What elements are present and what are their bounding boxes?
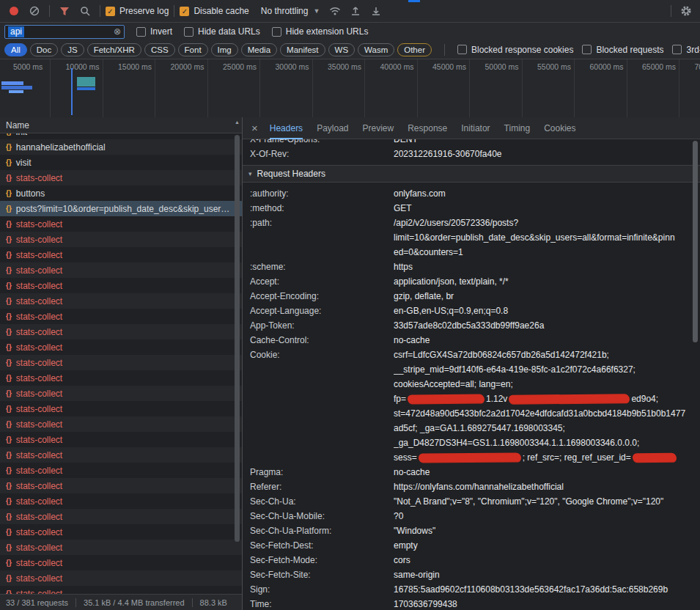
filter-pill-manifest[interactable]: Manifest bbox=[280, 43, 325, 56]
scroll-up-arrow-icon[interactable]: ▲ bbox=[232, 120, 242, 125]
tab-timing[interactable]: Timing bbox=[504, 117, 531, 139]
request-row[interactable]: {}stats-collect bbox=[0, 355, 242, 370]
header-name: X-Of-Rev: bbox=[250, 147, 394, 161]
third-party-requests-checkbox[interactable]: 3rd-party requests bbox=[672, 45, 700, 55]
tab-payload[interactable]: Payload bbox=[317, 117, 348, 139]
blocked-requests-checkbox[interactable]: Blocked requests bbox=[582, 45, 663, 55]
request-row[interactable]: {}stats-collect bbox=[0, 339, 242, 355]
details-scrollbar[interactable] bbox=[691, 140, 699, 609]
request-row[interactable]: {}init bbox=[0, 133, 242, 139]
filter-pill-font[interactable]: Font bbox=[178, 43, 208, 56]
name-column-header[interactable]: Name bbox=[0, 117, 242, 133]
request-row[interactable]: {}stats-collect bbox=[0, 401, 242, 416]
request-row[interactable]: {}stats-collect bbox=[0, 416, 242, 432]
filter-pill-other[interactable]: Other bbox=[397, 43, 432, 56]
checkbox-unchecked-icon bbox=[672, 45, 682, 54]
request-row[interactable]: {}stats-collect bbox=[0, 262, 242, 278]
request-row[interactable]: {}stats-collect bbox=[0, 555, 242, 570]
braces-icon: {} bbox=[6, 466, 12, 474]
request-row[interactable]: {}buttons bbox=[0, 185, 242, 201]
header-name: Sec-Ch-Ua: bbox=[250, 494, 394, 509]
disable-cache-checkbox[interactable]: ✓ Disable cache bbox=[180, 6, 248, 16]
request-row[interactable]: {}stats-collect bbox=[0, 432, 242, 447]
tab-initiator[interactable]: Initiator bbox=[461, 117, 490, 139]
header-name: Sec-Fetch-Mode: bbox=[250, 553, 394, 567]
filter-pill-css[interactable]: CSS bbox=[144, 43, 175, 56]
clear-filter-icon[interactable]: ⊗ bbox=[114, 27, 121, 36]
request-name: hannahelizabethofficial bbox=[16, 142, 106, 152]
download-icon bbox=[370, 5, 382, 17]
export-har-button[interactable] bbox=[366, 1, 386, 21]
request-row[interactable]: {}stats-collect bbox=[0, 232, 242, 247]
tab-preview[interactable]: Preview bbox=[363, 117, 394, 139]
request-row[interactable]: {}stats-collect bbox=[0, 247, 242, 262]
search-button[interactable] bbox=[75, 1, 95, 21]
request-row[interactable]: {}stats-collect bbox=[0, 370, 242, 386]
request-row[interactable]: {}stats-collect bbox=[0, 447, 242, 463]
throttling-select[interactable]: No throttling ▼ bbox=[257, 6, 325, 16]
braces-icon: {} bbox=[6, 235, 12, 243]
header-value: https://onlyfans.com/hannahelizabethoffi… bbox=[394, 479, 700, 494]
tab-headers[interactable]: Headers bbox=[270, 117, 303, 139]
request-name: stats-collect bbox=[16, 481, 62, 491]
filter-pill-doc[interactable]: Doc bbox=[30, 43, 58, 56]
preserve-log-checkbox[interactable]: ✓ Preserve log bbox=[106, 6, 169, 16]
filter-pill-wasm[interactable]: Wasm bbox=[358, 43, 394, 56]
header-value: gzip, deflate, br bbox=[394, 289, 700, 304]
type-filter-row: AllDocJSFetch/XHRCSSFontImgMediaManifest… bbox=[0, 40, 700, 59]
filter-pill-js[interactable]: JS bbox=[61, 43, 84, 56]
request-row[interactable]: {}posts?limit=10&order=publish_date_desc… bbox=[0, 201, 242, 216]
request-row[interactable]: {}stats-collect bbox=[0, 278, 242, 293]
blocked-response-cookies-checkbox[interactable]: Blocked response cookies bbox=[457, 45, 573, 55]
request-row[interactable]: {}stats-collect bbox=[0, 540, 242, 555]
request-headers-list: :authority:onlyfans.com:method:GET:path:… bbox=[243, 183, 700, 610]
scrollbar-thumb[interactable] bbox=[693, 141, 698, 342]
filter-pill-ws[interactable]: WS bbox=[328, 43, 355, 56]
request-row[interactable]: {}stats-collect bbox=[0, 586, 242, 594]
network-overview[interactable]: 5000 ms10000 ms15000 ms20000 ms25000 ms3… bbox=[0, 59, 700, 118]
network-filter-input[interactable]: api ⊗ bbox=[4, 25, 125, 39]
request-headers-section-header[interactable]: ▾Request Headers bbox=[243, 165, 700, 183]
request-row[interactable]: {}stats-collect bbox=[0, 493, 242, 509]
filter-toggle-button[interactable] bbox=[55, 1, 74, 21]
network-toolbar: ✓ Preserve log ✓ Disable cache No thrott… bbox=[0, 0, 700, 23]
request-row[interactable]: {}visit bbox=[0, 155, 242, 170]
request-row[interactable]: {}stats-collect bbox=[0, 309, 242, 324]
braces-icon: {} bbox=[6, 328, 12, 336]
hide-data-urls-checkbox[interactable]: Hide data URLs bbox=[184, 26, 260, 37]
request-row[interactable]: {}stats-collect bbox=[0, 570, 242, 586]
request-row[interactable]: {}stats-collect bbox=[0, 293, 242, 309]
filter-pill-media[interactable]: Media bbox=[241, 43, 277, 56]
request-row[interactable]: {}stats-collect bbox=[0, 216, 242, 232]
close-icon[interactable]: × bbox=[251, 122, 258, 133]
network-conditions-button[interactable] bbox=[325, 1, 345, 21]
import-har-button[interactable] bbox=[346, 1, 365, 21]
braces-icon: {} bbox=[6, 251, 12, 259]
header-name: Sec-Fetch-Site: bbox=[250, 567, 394, 582]
clear-button[interactable] bbox=[25, 1, 44, 21]
request-row[interactable]: {}hannahelizabethofficial bbox=[0, 139, 242, 155]
checkbox-unchecked-icon bbox=[582, 45, 592, 54]
filter-pill-all[interactable]: All bbox=[4, 43, 27, 56]
request-row[interactable]: {}stats-collect bbox=[0, 386, 242, 401]
filter-pill-fetch-xhr[interactable]: Fetch/XHR bbox=[87, 43, 141, 56]
invert-checkbox[interactable]: Invert bbox=[136, 26, 172, 37]
filter-pill-img[interactable]: Img bbox=[211, 43, 238, 56]
tab-response[interactable]: Response bbox=[408, 117, 447, 139]
filter-icon bbox=[59, 7, 70, 16]
request-list-scrollbar[interactable]: ▲ bbox=[232, 117, 242, 594]
request-row[interactable]: {}stats-collect bbox=[0, 524, 242, 540]
request-row[interactable]: {}stats-collect bbox=[0, 463, 242, 478]
blocked-response-cookies-label: Blocked response cookies bbox=[471, 45, 573, 55]
request-row[interactable]: {}stats-collect bbox=[0, 478, 242, 493]
waterfall-activity-bar bbox=[77, 87, 95, 90]
request-row[interactable]: {}stats-collect bbox=[0, 170, 242, 185]
hide-extension-urls-checkbox[interactable]: Hide extension URLs bbox=[272, 26, 369, 37]
settings-button[interactable] bbox=[677, 1, 696, 21]
header-row: Cookie:csrf=LdfcGX4Sa72db06824c657db26a5… bbox=[243, 348, 700, 465]
tab-cookies[interactable]: Cookies bbox=[544, 117, 575, 139]
request-row[interactable]: {}stats-collect bbox=[0, 509, 242, 524]
scrollbar-thumb[interactable] bbox=[235, 135, 240, 542]
record-button[interactable] bbox=[4, 1, 23, 21]
request-row[interactable]: {}stats-collect bbox=[0, 324, 242, 339]
